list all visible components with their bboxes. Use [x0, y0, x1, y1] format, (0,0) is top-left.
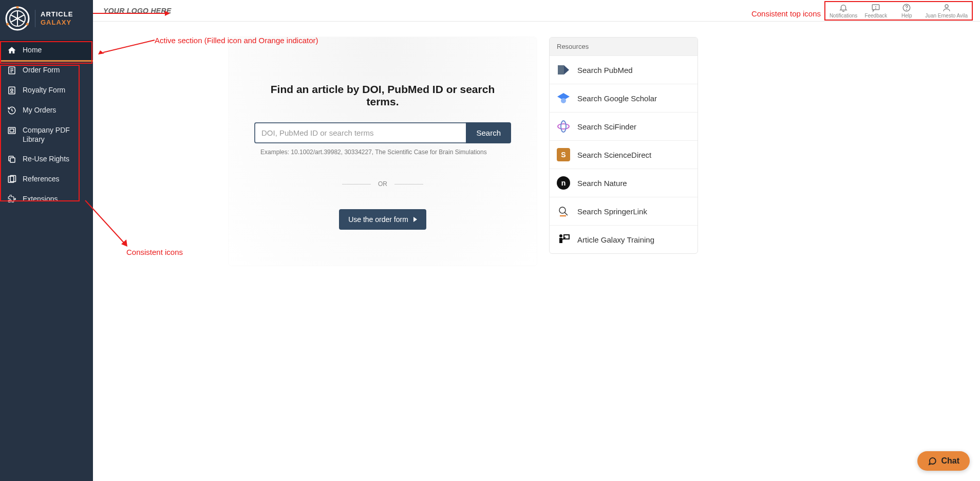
client-logo-placeholder: YOUR LOGO HERE [103, 7, 172, 15]
svg-point-22 [876, 8, 876, 9]
galaxy-logo-icon [5, 6, 30, 31]
resource-label: Search SpringerLink [577, 207, 647, 216]
library-icon [7, 126, 16, 135]
bell-icon [839, 3, 848, 12]
resources-header: Resources [550, 38, 698, 55]
search-heading: Find an article by DOI, PubMed ID or sea… [254, 83, 511, 108]
svg-point-13 [11, 89, 13, 91]
sidebar-item-label: Order Form [23, 65, 60, 75]
sidebar-item-my-orders[interactable]: My Orders [0, 100, 93, 120]
resource-google-scholar[interactable]: Search Google Scholar [550, 84, 698, 112]
sidebar-item-references[interactable]: References [0, 169, 93, 189]
svg-rect-17 [10, 158, 15, 162]
svg-point-27 [558, 124, 569, 129]
svg-rect-15 [8, 127, 15, 134]
divider-line [394, 184, 423, 184]
svg-line-30 [564, 212, 568, 215]
svg-point-6 [26, 23, 29, 26]
topbar: YOUR LOGO HERE Notifications Feedback He… [93, 0, 980, 22]
help-button[interactable]: Help [891, 3, 922, 18]
resource-pubmed[interactable]: Search PubMed [550, 55, 698, 84]
resource-label: Search PubMed [577, 66, 633, 75]
sidebar-item-label: My Orders [23, 105, 56, 115]
nature-icon: n [557, 176, 570, 190]
help-icon [902, 3, 911, 12]
notifications-button[interactable]: Notifications [826, 3, 860, 18]
top-icon-label: Help [901, 13, 912, 18]
svg-point-32 [559, 234, 562, 237]
user-menu-button[interactable]: Juan Ernesto Avila [922, 3, 971, 18]
springerlink-icon [557, 205, 570, 218]
sidebar-item-order-form[interactable]: Order Form [0, 60, 93, 80]
resource-label: Search Google Scholar [577, 94, 657, 103]
sidebar-item-label: Company PDF Library [23, 125, 86, 144]
chat-button[interactable]: Chat [917, 451, 970, 471]
sidebar-item-company-pdf-library[interactable]: Company PDF Library [0, 120, 93, 149]
brand-line2: GALAXY [41, 18, 73, 27]
top-icon-label: Notifications [830, 13, 857, 18]
svg-rect-16 [10, 129, 14, 132]
chat-icon [928, 456, 937, 466]
resources-panel: Resources Search PubMed Search Google Sc… [549, 37, 698, 254]
sidebar-item-home[interactable]: Home [0, 40, 93, 60]
top-icon-label: Juan Ernesto Avila [925, 13, 968, 18]
search-examples: Examples: 10.1002/art.39982, 30334227, T… [254, 149, 511, 156]
sidebar-item-label: Extensions [23, 194, 58, 203]
search-row: Search [254, 122, 511, 143]
resource-springerlink[interactable]: Search SpringerLink [550, 197, 698, 225]
feedback-icon [871, 3, 880, 12]
scifinder-icon [557, 120, 570, 133]
scholar-icon [557, 91, 570, 105]
user-icon [942, 3, 951, 12]
sciencedirect-icon: S [557, 148, 570, 161]
brand-text: ARTICLE GALAXY [41, 10, 73, 26]
resource-nature[interactable]: n Search Nature [550, 169, 698, 197]
svg-point-7 [7, 23, 9, 26]
caret-right-icon [413, 217, 417, 222]
svg-rect-33 [559, 238, 562, 243]
svg-point-25 [945, 5, 948, 8]
divider-line [342, 184, 371, 184]
sidebar-item-label: Home [23, 45, 42, 54]
use-order-form-button[interactable]: Use the order form [339, 209, 426, 230]
content: Find an article by DOI, PubMed ID or sea… [93, 22, 980, 481]
sidebar-item-label: Royalty Form [23, 85, 65, 95]
references-icon [7, 175, 16, 184]
sidebar: ARTICLE GALAXY Home Order Form Royalty F… [0, 0, 93, 481]
resource-label: Search SciFinder [577, 122, 636, 131]
svg-point-24 [907, 9, 907, 10]
order-form-icon [7, 66, 16, 75]
history-icon [7, 106, 16, 115]
training-icon [557, 233, 570, 246]
svg-point-5 [16, 6, 19, 9]
top-icon-label: Feedback [864, 13, 887, 18]
svg-point-28 [561, 121, 566, 132]
copy-icon [7, 155, 16, 164]
sidebar-item-extensions[interactable]: Extensions [0, 189, 93, 209]
svg-rect-12 [9, 87, 15, 94]
sidebar-nav: Home Order Form Royalty Form My Orders C… [0, 40, 93, 209]
svg-point-26 [561, 98, 566, 103]
or-divider: OR [254, 180, 511, 188]
main: YOUR LOGO HERE Notifications Feedback He… [93, 0, 980, 481]
feedback-button[interactable]: Feedback [860, 3, 891, 18]
sidebar-item-reuse-rights[interactable]: Re-Use Rights [0, 149, 93, 169]
search-input[interactable] [254, 122, 466, 143]
resource-label: Search Nature [577, 179, 627, 188]
home-icon [7, 46, 16, 55]
sidebar-item-royalty-form[interactable]: Royalty Form [0, 80, 93, 100]
resource-label: Search ScienceDirect [577, 151, 651, 159]
or-text: OR [378, 180, 387, 188]
search-button[interactable]: Search [466, 122, 511, 143]
resource-training[interactable]: Article Galaxy Training [550, 225, 698, 253]
brand-logo[interactable]: ARTICLE GALAXY [0, 0, 93, 37]
search-card: Find an article by DOI, PubMed ID or sea… [229, 37, 537, 266]
logo-divider [35, 10, 35, 27]
top-icons-group: Notifications Feedback Help Juan Ernesto… [824, 1, 973, 21]
resource-scifinder[interactable]: Search SciFinder [550, 112, 698, 140]
resource-sciencedirect[interactable]: S Search ScienceDirect [550, 140, 698, 169]
chat-label: Chat [941, 456, 959, 466]
extension-icon [7, 195, 16, 204]
sidebar-item-label: Re-Use Rights [23, 154, 69, 163]
order-form-btn-label: Use the order form [348, 215, 408, 224]
